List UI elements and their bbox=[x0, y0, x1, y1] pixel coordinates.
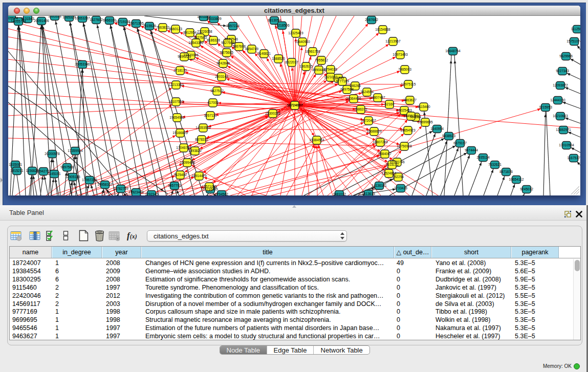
svg-text:7632621: 7632621 bbox=[488, 163, 502, 166]
svg-text:23226058: 23226058 bbox=[197, 30, 212, 33]
svg-text:14136141: 14136141 bbox=[372, 184, 387, 187]
svg-text:10025453: 10025453 bbox=[397, 108, 412, 112]
svg-text:17010504: 17010504 bbox=[559, 143, 574, 147]
svg-text:1615172: 1615172 bbox=[385, 163, 399, 166]
svg-text:12213383: 12213383 bbox=[168, 83, 184, 86]
svg-text:16033809: 16033809 bbox=[206, 17, 222, 20]
svg-text:5875685: 5875685 bbox=[220, 51, 233, 54]
svg-text:8813054: 8813054 bbox=[268, 18, 281, 22]
svg-text:9327503: 9327503 bbox=[193, 36, 207, 39]
svg-text:7481012: 7481012 bbox=[333, 192, 346, 195]
svg-text:8186328: 8186328 bbox=[207, 38, 220, 42]
svg-text:8322037: 8322037 bbox=[285, 60, 298, 64]
svg-text:1335061: 1335061 bbox=[9, 163, 22, 166]
svg-text:1640954: 1640954 bbox=[430, 127, 444, 130]
svg-text:6794028: 6794028 bbox=[324, 68, 337, 71]
svg-text:9242848: 9242848 bbox=[216, 61, 230, 65]
svg-text:7986372: 7986372 bbox=[354, 107, 367, 111]
svg-text:9115460: 9115460 bbox=[417, 105, 430, 108]
svg-text:6497568: 6497568 bbox=[340, 87, 354, 91]
svg-text:18807249: 18807249 bbox=[373, 140, 388, 144]
svg-text:16782759: 16782759 bbox=[113, 187, 128, 190]
svg-text:9463627: 9463627 bbox=[403, 98, 417, 102]
svg-text:10756928: 10756928 bbox=[397, 144, 412, 148]
svg-text:1493822: 1493822 bbox=[188, 149, 202, 152]
svg-text:9777169: 9777169 bbox=[336, 79, 349, 83]
svg-text:1112504: 1112504 bbox=[571, 27, 580, 31]
svg-text:19654923: 19654923 bbox=[400, 128, 416, 132]
svg-text:9397588: 9397588 bbox=[60, 165, 74, 169]
svg-text:16107553: 16107553 bbox=[168, 100, 184, 103]
svg-text:29053346: 29053346 bbox=[75, 62, 90, 66]
svg-text:9474444: 9474444 bbox=[465, 148, 478, 152]
svg-text:8471676: 8471676 bbox=[499, 170, 513, 173]
svg-text:1145191: 1145191 bbox=[48, 172, 61, 176]
svg-text:14353594: 14353594 bbox=[195, 126, 211, 129]
svg-text:1527602: 1527602 bbox=[90, 18, 103, 21]
svg-text:2935114: 2935114 bbox=[476, 156, 490, 159]
svg-text:9084067: 9084067 bbox=[378, 152, 391, 156]
svg-text:8794562: 8794562 bbox=[215, 192, 228, 195]
svg-text:1065329: 1065329 bbox=[62, 16, 76, 19]
svg-text:19218506: 19218506 bbox=[274, 24, 290, 27]
svg-text:1362615: 1362615 bbox=[299, 64, 313, 68]
svg-text:7663822: 7663822 bbox=[156, 26, 169, 29]
svg-text:10807487: 10807487 bbox=[370, 96, 385, 99]
svg-text:6466160: 6466160 bbox=[103, 18, 116, 22]
svg-text:8878312: 8878312 bbox=[195, 138, 208, 141]
svg-text:1588520: 1588520 bbox=[272, 57, 285, 60]
svg-text:746266: 746266 bbox=[350, 84, 361, 87]
svg-text:16961758: 16961758 bbox=[305, 50, 320, 53]
svg-text:10654112: 10654112 bbox=[509, 178, 524, 181]
svg-text:10699695: 10699695 bbox=[418, 120, 433, 124]
svg-text:17957225: 17957225 bbox=[82, 178, 97, 182]
svg-text:9457791: 9457791 bbox=[168, 184, 181, 187]
svg-text:19384554: 19384554 bbox=[309, 138, 324, 142]
svg-text:10688609: 10688609 bbox=[366, 129, 382, 133]
svg-text:3624554: 3624554 bbox=[360, 90, 374, 94]
svg-text:9427512: 9427512 bbox=[210, 89, 224, 93]
svg-text:7857224: 7857224 bbox=[226, 24, 239, 28]
svg-text:3915211: 3915211 bbox=[10, 169, 24, 172]
svg-text:16648754: 16648754 bbox=[445, 49, 461, 53]
svg-text:417006: 417006 bbox=[207, 101, 219, 104]
svg-text:9146821: 9146821 bbox=[257, 52, 271, 55]
svg-text:2718170: 2718170 bbox=[173, 69, 187, 72]
svg-text:10958107: 10958107 bbox=[97, 183, 113, 186]
svg-text:8660123: 8660123 bbox=[169, 27, 182, 31]
svg-text:62160: 62160 bbox=[385, 102, 395, 106]
svg-text:12093872: 12093872 bbox=[553, 83, 568, 87]
svg-text:16099489: 16099489 bbox=[180, 161, 195, 164]
svg-text:1167537: 1167537 bbox=[567, 156, 580, 160]
svg-text:12975115: 12975115 bbox=[401, 82, 416, 86]
svg-text:25300235: 25300235 bbox=[265, 112, 280, 115]
svg-text:10653287: 10653287 bbox=[75, 16, 90, 20]
svg-text:17359934: 17359934 bbox=[68, 149, 83, 152]
svg-text:1292345: 1292345 bbox=[145, 192, 158, 195]
svg-text:13692971: 13692971 bbox=[556, 128, 571, 132]
svg-text:15720407: 15720407 bbox=[361, 119, 376, 122]
svg-text:16671355: 16671355 bbox=[128, 21, 144, 25]
svg-text:1413615: 1413615 bbox=[362, 192, 375, 195]
svg-text:19654982: 19654982 bbox=[169, 116, 185, 119]
svg-text:10210643: 10210643 bbox=[553, 114, 568, 118]
svg-text:3215953: 3215953 bbox=[539, 105, 552, 109]
svg-text:13524851: 13524851 bbox=[381, 171, 397, 175]
svg-text:19166825: 19166825 bbox=[172, 131, 188, 135]
svg-text:10973493: 10973493 bbox=[393, 53, 408, 56]
svg-text:7485003: 7485003 bbox=[398, 68, 411, 71]
svg-text:16154838: 16154838 bbox=[375, 28, 390, 31]
svg-text:15751074: 15751074 bbox=[567, 39, 580, 43]
svg-text:16914479: 16914479 bbox=[191, 174, 207, 178]
svg-text:13571045: 13571045 bbox=[202, 185, 217, 188]
svg-text:7515526: 7515526 bbox=[143, 24, 156, 28]
svg-text:12444150: 12444150 bbox=[550, 98, 565, 102]
svg-text:6379197: 6379197 bbox=[453, 141, 467, 145]
svg-text:16495759: 16495759 bbox=[403, 114, 419, 118]
svg-text:12923448: 12923448 bbox=[128, 190, 144, 194]
svg-text:12325419: 12325419 bbox=[288, 31, 303, 35]
svg-text:20364436: 20364436 bbox=[346, 97, 361, 100]
svg-text:2803144: 2803144 bbox=[215, 75, 228, 78]
svg-text:252254: 252254 bbox=[393, 175, 404, 179]
svg-text:20200578: 20200578 bbox=[45, 152, 60, 156]
